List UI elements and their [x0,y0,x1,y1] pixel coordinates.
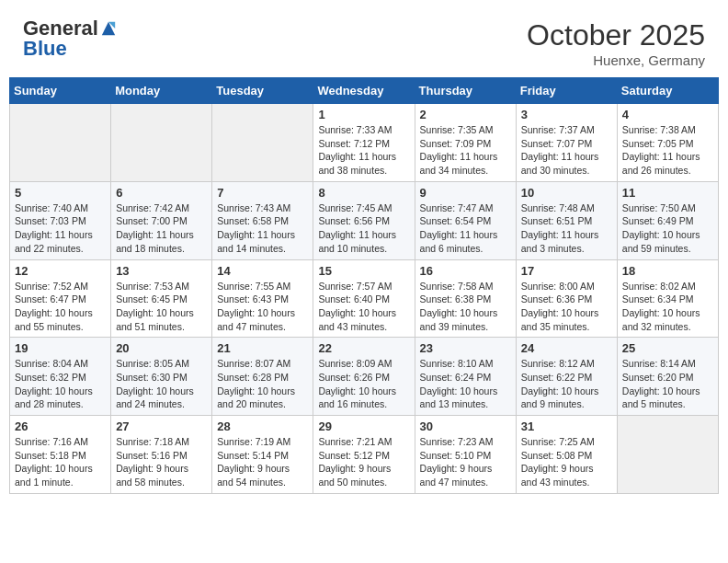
calendar-week-row: 5Sunrise: 7:40 AMSunset: 7:03 PMDaylight… [10,181,719,259]
day-of-week-header: Thursday [415,78,516,104]
day-info: Sunrise: 8:07 AMSunset: 6:28 PMDaylight:… [217,357,308,411]
day-number: 7 [217,186,308,200]
location: Huenxe, Germany [527,52,705,68]
logo-icon [100,20,117,37]
day-info: Sunrise: 7:23 AMSunset: 5:10 PMDaylight:… [420,435,511,489]
day-number: 8 [318,186,409,200]
day-info: Sunrise: 7:21 AMSunset: 5:12 PMDaylight:… [318,435,409,489]
day-number: 22 [318,341,409,355]
day-info: Sunrise: 7:16 AMSunset: 5:18 PMDaylight:… [15,435,106,489]
day-number: 15 [318,264,409,278]
calendar-cell: 9Sunrise: 7:47 AMSunset: 6:54 PMDaylight… [415,181,516,259]
day-info: Sunrise: 8:10 AMSunset: 6:24 PMDaylight:… [420,357,511,411]
day-number: 17 [521,264,612,278]
day-info: Sunrise: 7:58 AMSunset: 6:38 PMDaylight:… [420,280,511,334]
day-number: 16 [420,264,511,278]
day-info: Sunrise: 7:35 AMSunset: 7:09 PMDaylight:… [420,123,511,178]
day-info: Sunrise: 8:14 AMSunset: 6:20 PMDaylight:… [622,357,713,411]
calendar-cell: 21Sunrise: 8:07 AMSunset: 6:28 PMDayligh… [212,338,313,416]
day-of-week-header: Saturday [617,78,718,104]
day-info: Sunrise: 7:42 AMSunset: 7:00 PMDaylight:… [116,201,207,256]
day-number: 23 [420,341,511,355]
day-info: Sunrise: 7:38 AMSunset: 7:05 PMDaylight:… [622,123,713,178]
calendar-cell [617,416,718,494]
day-number: 14 [217,264,308,278]
day-number: 25 [622,341,713,355]
calendar-cell: 31Sunrise: 7:25 AMSunset: 5:08 PMDayligh… [516,416,617,494]
day-number: 5 [15,186,106,200]
calendar-week-row: 12Sunrise: 7:52 AMSunset: 6:47 PMDayligh… [10,259,719,338]
day-info: Sunrise: 7:19 AMSunset: 5:14 PMDaylight:… [217,435,308,489]
calendar-cell: 4Sunrise: 7:38 AMSunset: 7:05 PMDaylight… [617,104,718,182]
calendar-cell: 26Sunrise: 7:16 AMSunset: 5:18 PMDayligh… [10,416,111,494]
day-number: 13 [116,264,207,278]
day-number: 21 [217,341,308,355]
calendar-cell: 11Sunrise: 7:50 AMSunset: 6:49 PMDayligh… [617,181,718,259]
calendar-cell: 17Sunrise: 8:00 AMSunset: 6:36 PMDayligh… [516,259,617,338]
day-number: 9 [420,186,511,200]
page-header: General Blue October 2025 Huenxe, German… [9,9,719,73]
day-info: Sunrise: 8:09 AMSunset: 6:26 PMDaylight:… [318,357,409,411]
calendar-cell: 30Sunrise: 7:23 AMSunset: 5:10 PMDayligh… [415,416,516,494]
day-info: Sunrise: 8:00 AMSunset: 6:36 PMDaylight:… [521,280,612,334]
day-info: Sunrise: 7:57 AMSunset: 6:40 PMDaylight:… [318,280,409,334]
day-number: 26 [15,419,106,433]
day-number: 4 [622,108,713,121]
logo: General Blue [23,18,117,59]
calendar-cell: 25Sunrise: 8:14 AMSunset: 6:20 PMDayligh… [617,338,718,416]
day-of-week-header: Sunday [10,78,111,104]
day-info: Sunrise: 7:25 AMSunset: 5:08 PMDaylight:… [521,435,612,489]
calendar-cell: 2Sunrise: 7:35 AMSunset: 7:09 PMDaylight… [415,104,516,182]
day-number: 10 [521,186,612,200]
day-info: Sunrise: 7:18 AMSunset: 5:16 PMDaylight:… [116,435,207,489]
logo-general-text: General [23,18,98,39]
day-info: Sunrise: 7:52 AMSunset: 6:47 PMDaylight:… [15,280,106,334]
calendar-cell: 7Sunrise: 7:43 AMSunset: 6:58 PMDaylight… [212,181,313,259]
calendar-week-row: 19Sunrise: 8:04 AMSunset: 6:32 PMDayligh… [10,338,719,416]
day-info: Sunrise: 7:40 AMSunset: 7:03 PMDaylight:… [15,201,106,256]
calendar-cell [111,104,212,182]
calendar-cell: 23Sunrise: 8:10 AMSunset: 6:24 PMDayligh… [415,338,516,416]
day-number: 20 [116,341,207,355]
calendar-cell: 10Sunrise: 7:48 AMSunset: 6:51 PMDayligh… [516,181,617,259]
day-of-week-header: Tuesday [212,78,313,104]
day-number: 18 [622,264,713,278]
calendar-cell: 28Sunrise: 7:19 AMSunset: 5:14 PMDayligh… [212,416,313,494]
day-number: 19 [15,341,106,355]
day-number: 12 [15,264,106,278]
calendar-cell [10,104,111,182]
day-number: 2 [420,108,511,121]
calendar-cell: 6Sunrise: 7:42 AMSunset: 7:00 PMDaylight… [111,181,212,259]
calendar-cell: 13Sunrise: 7:53 AMSunset: 6:45 PMDayligh… [111,259,212,338]
calendar-cell: 20Sunrise: 8:05 AMSunset: 6:30 PMDayligh… [111,338,212,416]
calendar-cell: 12Sunrise: 7:52 AMSunset: 6:47 PMDayligh… [10,259,111,338]
calendar-week-row: 1Sunrise: 7:33 AMSunset: 7:12 PMDaylight… [10,104,719,182]
day-info: Sunrise: 8:02 AMSunset: 6:34 PMDaylight:… [622,280,713,334]
day-number: 27 [116,419,207,433]
day-info: Sunrise: 7:47 AMSunset: 6:54 PMDaylight:… [420,201,511,256]
logo-blue-text: Blue [23,37,67,60]
day-number: 11 [622,186,713,200]
day-number: 28 [217,419,308,433]
calendar-cell: 1Sunrise: 7:33 AMSunset: 7:12 PMDaylight… [313,104,415,182]
calendar-cell: 19Sunrise: 8:04 AMSunset: 6:32 PMDayligh… [10,338,111,416]
day-info: Sunrise: 7:53 AMSunset: 6:45 PMDaylight:… [116,280,207,334]
day-info: Sunrise: 7:37 AMSunset: 7:07 PMDaylight:… [521,123,612,178]
day-number: 31 [521,419,612,433]
day-of-week-header: Friday [516,78,617,104]
calendar-cell: 15Sunrise: 7:57 AMSunset: 6:40 PMDayligh… [313,259,415,338]
calendar-table: SundayMondayTuesdayWednesdayThursdayFrid… [9,77,719,494]
day-info: Sunrise: 7:43 AMSunset: 6:58 PMDaylight:… [217,201,308,256]
day-number: 6 [116,186,207,200]
calendar-cell: 16Sunrise: 7:58 AMSunset: 6:38 PMDayligh… [415,259,516,338]
calendar-cell: 5Sunrise: 7:40 AMSunset: 7:03 PMDaylight… [10,181,111,259]
day-info: Sunrise: 8:12 AMSunset: 6:22 PMDaylight:… [521,357,612,411]
month-title: October 2025 [527,18,705,52]
day-number: 29 [318,419,409,433]
day-info: Sunrise: 8:04 AMSunset: 6:32 PMDaylight:… [15,357,106,411]
day-number: 3 [521,108,612,121]
day-number: 24 [521,341,612,355]
day-info: Sunrise: 7:33 AMSunset: 7:12 PMDaylight:… [318,123,409,178]
calendar-cell: 18Sunrise: 8:02 AMSunset: 6:34 PMDayligh… [617,259,718,338]
calendar-cell: 14Sunrise: 7:55 AMSunset: 6:43 PMDayligh… [212,259,313,338]
